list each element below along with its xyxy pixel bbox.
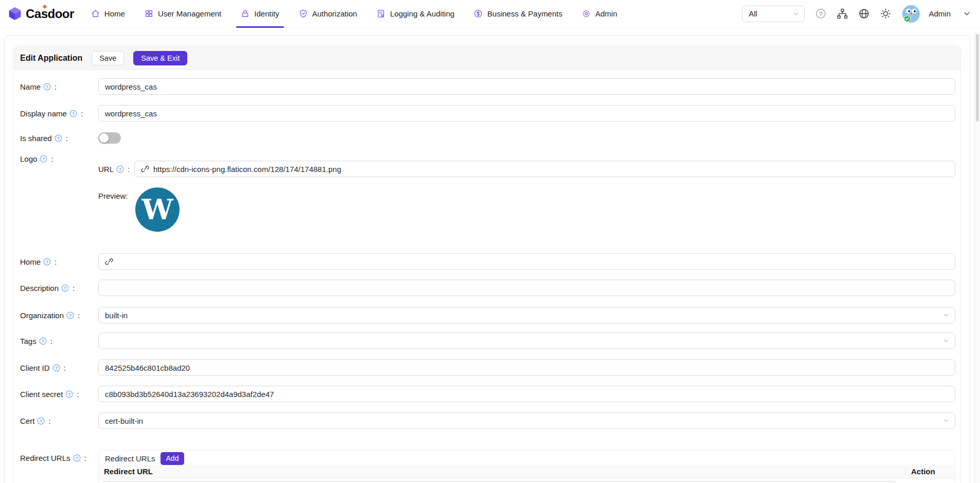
- svg-text:W: W: [141, 193, 173, 226]
- nav-item-user-management[interactable]: User Management: [135, 0, 231, 28]
- help-icon[interactable]: ?: [73, 454, 81, 462]
- redirect-urls-table-row: [99, 478, 955, 483]
- svg-text:?: ?: [46, 259, 49, 264]
- nav-item-home[interactable]: Home: [81, 0, 135, 28]
- authorization-shield-icon: [299, 9, 308, 18]
- scrollbar-thumb[interactable]: [976, 34, 979, 122]
- help-icon[interactable]: ?: [61, 284, 69, 292]
- tags-select[interactable]: [98, 333, 955, 349]
- casdoor-cube-icon: [8, 7, 22, 21]
- account-dropdown[interactable]: Admin: [902, 5, 971, 23]
- is-shared-field-row: Is shared ? :: [20, 132, 955, 144]
- description-input[interactable]: [98, 280, 955, 296]
- chevron-down-icon: [963, 10, 971, 18]
- home-label: Home ? :: [20, 257, 98, 266]
- redirect-urls-table-title: Redirect URLs Add: [99, 451, 955, 465]
- chevron-down-icon: [943, 312, 949, 318]
- logo-preview-label: Preview:: [98, 186, 134, 200]
- top-navbar: Casdoor Home User Management Identity Au…: [0, 0, 980, 28]
- language-button[interactable]: [859, 8, 869, 19]
- brand-logo[interactable]: Casdoor: [8, 7, 74, 21]
- nav-item-identity[interactable]: Identity: [231, 0, 289, 28]
- redirect-urls-table-header: Redirect URL Action: [99, 465, 955, 478]
- display-name-input[interactable]: [98, 105, 955, 122]
- help-icon[interactable]: ?: [39, 337, 47, 345]
- client-id-input[interactable]: [98, 359, 955, 376]
- logo-label: Logo ? :: [20, 152, 98, 163]
- save-button[interactable]: Save: [92, 51, 124, 65]
- help-icon[interactable]: ?: [37, 417, 45, 425]
- logo-field-row: Logo ? : URL ? :: [20, 152, 955, 233]
- display-name-field-row: Display name ? :: [20, 105, 955, 122]
- help-icon[interactable]: ?: [116, 165, 124, 173]
- audit-icon: [377, 9, 385, 18]
- help-icon[interactable]: ?: [52, 364, 60, 372]
- client-id-label: Client ID ? :: [20, 364, 98, 372]
- help-icon[interactable]: ?: [69, 110, 77, 117]
- form-body: Name ? : Display name ? :: [14, 78, 960, 483]
- navbar-right-group: All ?: [742, 5, 971, 23]
- redirect-url-input[interactable]: [103, 481, 896, 483]
- dollar-icon: [474, 9, 483, 18]
- account-name: Admin: [929, 9, 951, 18]
- logo-preview-row: Preview: W: [98, 186, 955, 233]
- tags-field-row: Tags ? :: [20, 333, 955, 349]
- client-id-field-row: Client ID ? :: [20, 359, 955, 376]
- svg-text:?: ?: [68, 391, 71, 396]
- name-field-row: Name ? :: [20, 78, 955, 95]
- help-button[interactable]: ?: [815, 8, 826, 19]
- name-input[interactable]: [98, 78, 955, 95]
- redirect-urls-table: Redirect URLs Add Redirect URL Action: [98, 450, 955, 483]
- cert-select[interactable]: cert-built-in: [98, 412, 955, 429]
- card-header: Edit Application Save Save & Exit: [14, 46, 960, 70]
- svg-text:?: ?: [72, 111, 75, 116]
- svg-text:?: ?: [69, 313, 72, 318]
- theme-toggle-button[interactable]: [880, 8, 891, 19]
- sitemap-button[interactable]: [837, 8, 848, 19]
- help-icon[interactable]: ?: [55, 134, 62, 142]
- help-icon[interactable]: ?: [65, 390, 73, 398]
- svg-text:?: ?: [64, 285, 67, 290]
- organization-filter-select[interactable]: All: [742, 6, 805, 22]
- brand-name: Casdoor: [26, 7, 74, 21]
- home-icon: [91, 9, 100, 18]
- chevron-down-icon: [943, 418, 949, 424]
- nav-item-business-payments[interactable]: Business & Payments: [464, 0, 572, 28]
- nav-item-logging-auditing[interactable]: Logging & Auditing: [367, 0, 464, 28]
- is-shared-toggle[interactable]: [98, 132, 121, 144]
- home-input[interactable]: [117, 257, 949, 266]
- redirect-urls-label: Redirect URLs ? :: [20, 440, 98, 462]
- help-icon[interactable]: ?: [40, 155, 47, 163]
- edit-application-card: Edit Application Save Save & Exit Name ?…: [13, 46, 961, 483]
- help-icon[interactable]: ?: [43, 83, 51, 91]
- logo-url-input[interactable]: [153, 165, 949, 174]
- content-wrapper: Edit Application Save Save & Exit Name ?…: [4, 35, 970, 483]
- help-icon[interactable]: ?: [66, 312, 74, 319]
- nav-item-authorization[interactable]: Authorization: [289, 0, 367, 28]
- page-title: Edit Application: [20, 54, 82, 63]
- question-circle-icon: ?: [815, 8, 826, 19]
- sun-icon: [880, 8, 891, 19]
- organization-select[interactable]: built-in: [98, 307, 955, 323]
- is-shared-label: Is shared ? :: [20, 134, 98, 143]
- column-header-redirect-url: Redirect URL: [99, 467, 905, 476]
- svg-text:?: ?: [42, 157, 45, 162]
- client-secret-field-row: Client secret ? :: [20, 386, 955, 402]
- user-management-icon: [145, 9, 153, 18]
- tags-label: Tags ? :: [20, 337, 98, 346]
- link-icon: [105, 257, 113, 266]
- svg-text:?: ?: [75, 456, 78, 461]
- main-menu: Home User Management Identity Authorizat…: [81, 0, 627, 28]
- add-redirect-url-button[interactable]: Add: [161, 452, 185, 465]
- svg-text:?: ?: [57, 135, 60, 141]
- vertical-scrollbar: [974, 32, 980, 483]
- globe-icon: [859, 8, 869, 19]
- svg-text:?: ?: [55, 365, 58, 370]
- help-icon[interactable]: ?: [43, 258, 51, 266]
- display-name-label: Display name ? :: [20, 109, 98, 118]
- save-exit-button[interactable]: Save & Exit: [133, 51, 187, 65]
- nav-item-admin[interactable]: Admin: [572, 0, 627, 28]
- client-secret-input[interactable]: [98, 386, 955, 402]
- organization-field-row: Organization ? : built-in: [20, 307, 955, 323]
- identity-lock-icon: [241, 9, 250, 18]
